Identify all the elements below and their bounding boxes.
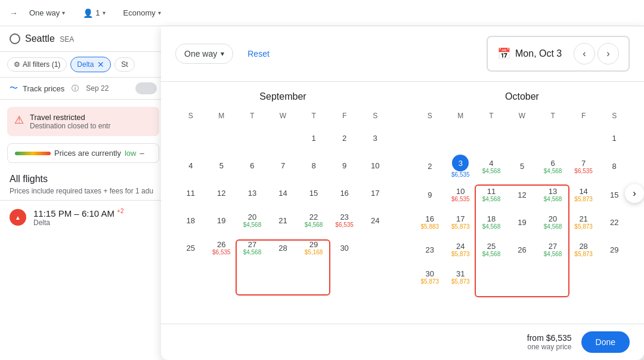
day-number: 15 bbox=[309, 189, 318, 198]
day-cell[interactable]: 11 bbox=[175, 180, 206, 206]
day-cell[interactable]: 9 bbox=[414, 181, 445, 208]
day-cell[interactable]: 22 bbox=[599, 209, 630, 235]
day-cell[interactable]: 29$5,168 bbox=[298, 235, 329, 261]
day-cell[interactable]: 3 bbox=[360, 125, 391, 151]
day-cell[interactable]: 18$4,568 bbox=[476, 209, 507, 235]
next-month-scroll-button[interactable]: › bbox=[625, 184, 644, 203]
day-cell[interactable]: 29 bbox=[599, 236, 630, 263]
day-cell[interactable]: 13$4,568 bbox=[537, 181, 568, 208]
chevron-down-icon: ▾ bbox=[158, 10, 161, 16]
flight-card[interactable]: ▲ 11:15 PM – 6:10 AM +2 Delta bbox=[0, 200, 166, 234]
day-cell[interactable]: 19 bbox=[206, 207, 237, 233]
day-cell[interactable]: 24 bbox=[360, 207, 391, 233]
day-cell[interactable]: 12 bbox=[206, 180, 237, 206]
day-cell[interactable]: 22$4,568 bbox=[298, 207, 329, 233]
day-cell[interactable]: 21$5,873 bbox=[568, 209, 599, 235]
day-cell[interactable]: 10 bbox=[360, 152, 391, 179]
price-type-label: one way price bbox=[527, 343, 572, 351]
day-price: $5,873 bbox=[451, 223, 470, 230]
day-cell[interactable]: 5 bbox=[206, 152, 237, 179]
day-cell[interactable]: 23$6,535 bbox=[329, 207, 360, 233]
day-cell bbox=[476, 125, 507, 151]
day-cell[interactable]: 7 bbox=[268, 152, 299, 179]
day-cell[interactable]: 9 bbox=[329, 152, 360, 179]
day-cell bbox=[568, 125, 599, 151]
flight-time-text: 11:15 PM – 6:10 AM bbox=[33, 208, 114, 219]
day-cell[interactable]: 2 bbox=[329, 125, 360, 151]
day-cell[interactable]: 1 bbox=[298, 125, 329, 151]
price-bar-box: Prices are currently low – bbox=[7, 143, 159, 163]
selected-date-text: Mon, Oct 3 bbox=[515, 48, 562, 59]
day-cell[interactable]: 26 bbox=[507, 236, 538, 263]
day-cell[interactable]: 4$4,568 bbox=[476, 152, 507, 180]
day-number: 30 bbox=[340, 244, 348, 253]
day-cell[interactable]: 5 bbox=[507, 152, 538, 180]
next-month-button[interactable]: › bbox=[597, 43, 619, 64]
delta-filter-chip[interactable]: Delta ✕ bbox=[70, 57, 111, 72]
class-selector[interactable]: Economy ▾ bbox=[117, 4, 168, 21]
day-cell[interactable]: 7$6,535 bbox=[568, 152, 599, 180]
day-cell[interactable]: 2 bbox=[414, 152, 445, 180]
one-way-dropdown[interactable]: One way ▾ bbox=[175, 44, 233, 64]
date-display[interactable]: 📅 Mon, Oct 3 ‹ › bbox=[487, 36, 630, 72]
prev-month-button[interactable]: ‹ bbox=[574, 43, 595, 64]
alert-sub: Destination closed to entr bbox=[30, 122, 110, 130]
day-cell[interactable]: 1 bbox=[599, 125, 630, 151]
day-cell[interactable]: 26$6,535 bbox=[206, 235, 237, 261]
close-icon[interactable]: ✕ bbox=[97, 60, 104, 69]
trip-type-selector[interactable]: One way ▾ bbox=[23, 4, 72, 21]
day-cell[interactable]: 20$4,568 bbox=[537, 209, 568, 235]
day-cell[interactable]: 3$6,535 bbox=[445, 152, 476, 180]
day-cell[interactable]: 15 bbox=[298, 180, 329, 206]
day-cell[interactable]: 12 bbox=[507, 181, 538, 208]
day-cell[interactable]: 4 bbox=[175, 152, 206, 179]
day-cell[interactable]: 21 bbox=[268, 207, 299, 233]
october-column: October S M T W T F S 123$6,5354$4,56856… bbox=[414, 91, 630, 314]
all-filters-button[interactable]: ⚙ All filters (1) bbox=[7, 57, 67, 72]
day-cell[interactable]: 8 bbox=[298, 152, 329, 179]
price-from-amount: from $6,535 bbox=[527, 333, 572, 343]
day-cell[interactable]: 27$4,568 bbox=[537, 236, 568, 263]
day-cell[interactable]: 18 bbox=[175, 207, 206, 233]
day-number: 18 bbox=[487, 214, 496, 223]
day-cell[interactable]: 28 bbox=[268, 235, 299, 261]
day-cell[interactable]: 6$4,568 bbox=[537, 152, 568, 180]
day-cell[interactable]: 31$5,873 bbox=[445, 264, 476, 290]
day-cell[interactable]: 11$4,568 bbox=[476, 181, 507, 208]
day-cell[interactable]: 20$4,568 bbox=[237, 207, 268, 233]
day-cell[interactable]: 14$5,873 bbox=[568, 181, 599, 208]
day-cell[interactable]: 16$5,883 bbox=[414, 209, 445, 235]
reset-button[interactable]: Reset bbox=[247, 49, 270, 59]
day-number: 11 bbox=[187, 189, 195, 198]
day-headers-sep: S M T W T F S bbox=[175, 109, 391, 122]
day-cell[interactable]: 28$5,873 bbox=[568, 236, 599, 263]
passengers-selector[interactable]: 👤 1 ▾ bbox=[76, 4, 112, 22]
day-cell[interactable]: 23 bbox=[414, 236, 445, 263]
day-number: 16 bbox=[426, 214, 434, 223]
day-cell[interactable]: 27$4,568 bbox=[237, 235, 268, 261]
day-cell[interactable]: 6 bbox=[237, 152, 268, 179]
day-cell[interactable]: 19 bbox=[507, 209, 538, 235]
day-cell[interactable]: 14 bbox=[268, 180, 299, 206]
origin-code: SEA bbox=[60, 35, 74, 44]
done-button[interactable]: Done bbox=[581, 331, 630, 353]
day-price: $4,568 bbox=[243, 249, 262, 256]
track-prices-toggle[interactable] bbox=[135, 82, 157, 94]
day-number: 24 bbox=[456, 242, 465, 251]
day-cell[interactable]: 30$5,873 bbox=[414, 264, 445, 290]
day-cell[interactable]: 24$5,873 bbox=[445, 236, 476, 263]
day-cell[interactable]: 25 bbox=[175, 235, 206, 261]
filters-row: ⚙ All filters (1) Delta ✕ St bbox=[0, 52, 166, 78]
more-filters-chip[interactable]: St bbox=[114, 57, 134, 72]
day-number: 13 bbox=[248, 189, 256, 198]
day-cell[interactable]: 17$5,873 bbox=[445, 209, 476, 235]
day-number: 20 bbox=[549, 214, 557, 223]
day-cell[interactable]: 8 bbox=[599, 152, 630, 180]
day-cell[interactable]: 25$4,568 bbox=[476, 236, 507, 263]
search-bar[interactable]: Seattle SEA bbox=[0, 26, 166, 52]
day-cell[interactable]: 13 bbox=[237, 180, 268, 206]
day-cell[interactable]: 16 bbox=[329, 180, 360, 206]
day-cell[interactable]: 10$6,535 bbox=[445, 181, 476, 208]
day-cell[interactable]: 30 bbox=[329, 235, 360, 261]
day-cell[interactable]: 17 bbox=[360, 180, 391, 206]
